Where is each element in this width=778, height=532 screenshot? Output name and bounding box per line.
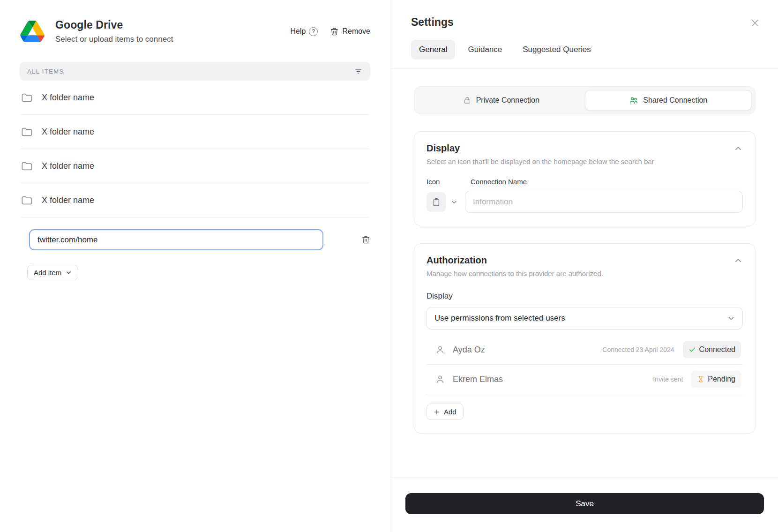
connector-settings-window: Google Drive Select or upload items to c… <box>0 0 778 532</box>
icon-field-label: Icon <box>426 178 471 186</box>
icon-picker-dropdown-button[interactable] <box>451 199 457 205</box>
add-item-label: Add item <box>34 269 61 277</box>
folder-name: X folder name <box>42 195 94 205</box>
user-name: Ekrem Elmas <box>453 375 503 384</box>
chevron-up-icon <box>733 144 743 153</box>
user-name: Ayda Oz <box>453 345 485 355</box>
plus-icon <box>434 409 440 415</box>
person-icon <box>435 374 445 384</box>
authorization-display-label: Display <box>426 292 743 301</box>
collapse-display-button[interactable] <box>733 144 743 153</box>
tab-general[interactable]: General <box>411 40 455 60</box>
settings-footer: Save <box>391 478 778 532</box>
all-items-label: ALL ITEMS <box>27 68 64 75</box>
status-label: Connected <box>699 345 735 354</box>
folder-icon <box>21 126 33 138</box>
chevron-down-icon <box>451 199 457 205</box>
display-card-header: Display <box>426 143 743 154</box>
status-badge-pending: Pending <box>691 371 741 388</box>
authorization-card-title: Authorization <box>426 255 487 266</box>
connection-name-input[interactable] <box>465 191 743 213</box>
authorization-card-subtitle: Manage how connections to this provider … <box>426 270 743 277</box>
connection-type-toggle: Private Connection Shared Connection <box>414 86 756 114</box>
remove-button[interactable]: Remove <box>330 27 370 36</box>
status-badge-connected: Connected <box>683 341 741 358</box>
folder-icon <box>21 194 33 207</box>
display-field-labels: Icon Connection Name <box>426 178 743 186</box>
delete-url-button[interactable] <box>361 235 370 244</box>
permissions-select[interactable]: Use permissions from selected users <box>426 307 743 330</box>
help-circle-icon: ? <box>309 27 318 36</box>
display-card: Display Select an icon that'll be displa… <box>414 131 756 226</box>
display-card-subtitle: Select an icon that'll be displayed on t… <box>426 157 743 165</box>
check-icon <box>688 346 696 353</box>
chevron-down-icon <box>66 270 72 276</box>
source-header: Google Drive Select or upload items to c… <box>20 19 370 44</box>
authorized-users-list: Ayda Oz Connected 23 April 2024 Connecte… <box>426 335 743 394</box>
tab-suggested-queries[interactable]: Suggested Queries <box>515 40 599 60</box>
source-items-panel: Google Drive Select or upload items to c… <box>0 0 391 532</box>
source-titles: Google Drive Select or upload items to c… <box>55 19 173 44</box>
source-actions: Help ? Remove <box>291 27 370 36</box>
source-title: Google Drive <box>55 19 173 31</box>
settings-tabs: General Guidance Suggested Queries <box>391 40 778 68</box>
folder-icon <box>21 160 33 172</box>
settings-header: Settings General Guidance Suggested Quer… <box>391 0 778 68</box>
private-connection-label: Private Connection <box>476 96 539 105</box>
folder-list-item[interactable]: X folder name <box>20 81 370 115</box>
hourglass-icon <box>697 375 704 383</box>
google-drive-logo-icon <box>20 20 45 43</box>
folder-list: X folder name X folder name X folder nam… <box>20 81 370 217</box>
collapse-authorization-button[interactable] <box>733 256 743 265</box>
remove-label: Remove <box>342 27 370 36</box>
filter-icon <box>354 67 363 76</box>
user-row: Ekrem Elmas Invite sent Pending <box>426 365 743 394</box>
shared-connection-option[interactable]: Shared Connection <box>585 90 752 111</box>
filter-button[interactable] <box>354 67 363 76</box>
trash-icon <box>330 27 339 36</box>
status-label: Pending <box>708 375 735 383</box>
tab-guidance[interactable]: Guidance <box>460 40 510 60</box>
folder-list-item[interactable]: X folder name <box>20 115 370 149</box>
close-button[interactable] <box>749 17 761 29</box>
close-icon <box>750 18 760 28</box>
shared-connection-label: Shared Connection <box>643 96 707 105</box>
private-connection-option[interactable]: Private Connection <box>418 90 585 111</box>
permissions-selected-option: Use permissions from selected users <box>434 314 565 323</box>
clipboard-icon <box>432 197 441 207</box>
help-label: Help <box>291 27 306 36</box>
add-item-button[interactable]: Add item <box>27 265 78 280</box>
icon-picker-button[interactable] <box>426 192 446 212</box>
display-card-title: Display <box>426 143 460 154</box>
lock-icon <box>463 96 471 105</box>
folder-name: X folder name <box>42 127 94 137</box>
settings-panel: Settings General Guidance Suggested Quer… <box>391 0 778 532</box>
source-subtitle: Select or upload items to connect <box>55 35 173 44</box>
folder-list-item[interactable]: X folder name <box>20 149 370 183</box>
folder-icon <box>21 91 33 104</box>
url-item-row <box>20 229 370 250</box>
chevron-up-icon <box>733 256 743 265</box>
shared-users-icon <box>629 96 638 105</box>
add-user-button[interactable]: Add <box>426 404 464 420</box>
authorization-card: Authorization Manage how connections to … <box>414 243 756 434</box>
user-row: Ayda Oz Connected 23 April 2024 Connecte… <box>426 335 743 365</box>
folder-name: X folder name <box>42 93 94 103</box>
add-user-label: Add <box>444 408 456 416</box>
folder-name: X folder name <box>42 161 94 171</box>
person-icon <box>435 345 445 355</box>
trash-icon <box>361 235 370 244</box>
settings-content: Private Connection Shared Connection Dis… <box>391 68 778 478</box>
url-input[interactable] <box>29 229 323 250</box>
save-button[interactable]: Save <box>405 493 764 514</box>
authorization-card-header: Authorization <box>426 255 743 266</box>
display-controls <box>426 191 743 213</box>
user-connection-meta: Invite sent <box>653 375 683 383</box>
help-button[interactable]: Help ? <box>291 27 318 36</box>
connection-name-field-label: Connection Name <box>471 178 527 186</box>
chevron-down-icon <box>727 315 735 322</box>
folder-list-item[interactable]: X folder name <box>20 183 370 217</box>
user-connection-meta: Connected 23 April 2024 <box>602 346 674 353</box>
settings-title: Settings <box>411 16 757 29</box>
all-items-header-bar: ALL ITEMS <box>20 62 370 81</box>
